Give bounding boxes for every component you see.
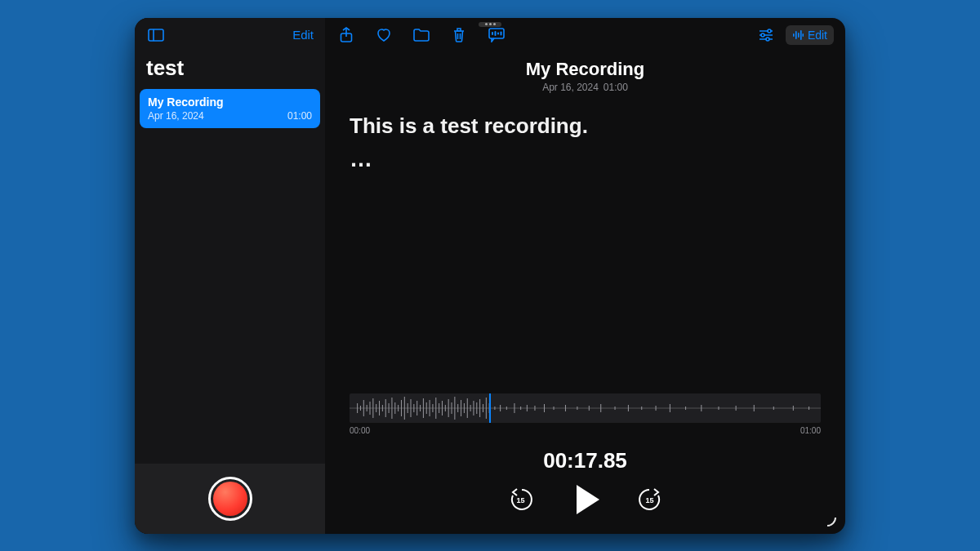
sidebar-toolbar: Edit bbox=[135, 18, 325, 52]
playback-controls: 15 15 bbox=[350, 485, 821, 514]
transcript-area[interactable]: This is a test recording. … bbox=[325, 93, 845, 194]
skip-forward-label: 15 bbox=[645, 496, 653, 504]
svg-rect-5 bbox=[495, 31, 497, 36]
svg-rect-15 bbox=[795, 31, 797, 39]
sidebar-title: test bbox=[135, 52, 325, 89]
sidebar-edit-button[interactable]: Edit bbox=[292, 28, 314, 42]
recording-item[interactable]: My Recording Apr 16, 2024 01:00 bbox=[140, 89, 320, 128]
waveform-scrubber[interactable] bbox=[350, 393, 821, 423]
recording-item-name: My Recording bbox=[148, 96, 312, 109]
transcript-pending: … bbox=[350, 144, 821, 174]
svg-rect-17 bbox=[800, 30, 802, 40]
edit-button-label: Edit bbox=[808, 29, 827, 42]
svg-rect-0 bbox=[149, 29, 163, 41]
recording-header: My Recording Apr 16, 2024 01:00 bbox=[325, 59, 845, 93]
skip-back-button[interactable]: 15 bbox=[508, 487, 534, 513]
recording-item-date: Apr 16, 2024 bbox=[148, 110, 204, 122]
resize-handle-icon[interactable] bbox=[824, 514, 837, 527]
record-button[interactable] bbox=[208, 477, 252, 521]
play-button[interactable] bbox=[577, 485, 599, 514]
edit-button[interactable]: Edit bbox=[786, 25, 834, 45]
svg-point-13 bbox=[766, 38, 769, 41]
svg-rect-14 bbox=[793, 33, 795, 37]
skip-forward-button[interactable]: 15 bbox=[637, 487, 663, 513]
toggle-sidebar-icon[interactable] bbox=[146, 25, 166, 45]
record-icon bbox=[213, 482, 247, 516]
svg-point-9 bbox=[768, 29, 771, 33]
main-panel: Edit My Recording Apr 16, 2024 01:00 Thi… bbox=[325, 18, 845, 534]
recording-title[interactable]: My Recording bbox=[325, 59, 845, 80]
waveform-end-time: 01:00 bbox=[800, 426, 821, 435]
playback-area: 00:00 01:00 00:17.85 15 15 bbox=[325, 393, 845, 534]
waveform-icon bbox=[350, 393, 821, 423]
trash-icon[interactable] bbox=[449, 25, 469, 45]
heart-icon[interactable] bbox=[374, 25, 394, 45]
recording-duration: 01:00 bbox=[604, 82, 628, 93]
main-toolbar: Edit bbox=[325, 18, 845, 52]
skip-back-label: 15 bbox=[516, 496, 524, 504]
svg-rect-16 bbox=[798, 33, 800, 38]
transcript-icon[interactable] bbox=[487, 25, 506, 45]
app-window: Edit test My Recording Apr 16, 2024 01:0… bbox=[135, 18, 845, 534]
record-bar bbox=[135, 464, 325, 534]
waveform-start-time: 00:00 bbox=[350, 426, 370, 435]
transcript-line: This is a test recording. bbox=[350, 113, 821, 140]
svg-point-11 bbox=[761, 33, 764, 37]
svg-rect-6 bbox=[497, 32, 499, 34]
sidebar: Edit test My Recording Apr 16, 2024 01:0… bbox=[135, 18, 325, 534]
svg-rect-4 bbox=[492, 32, 493, 35]
recording-date: Apr 16, 2024 bbox=[542, 82, 599, 93]
svg-rect-18 bbox=[802, 33, 804, 37]
share-icon[interactable] bbox=[336, 25, 356, 45]
folder-icon[interactable] bbox=[412, 25, 431, 45]
current-time: 00:17.85 bbox=[350, 448, 821, 473]
recording-item-duration: 01:00 bbox=[287, 110, 312, 122]
settings-sliders-icon[interactable] bbox=[756, 25, 776, 45]
svg-rect-7 bbox=[501, 31, 502, 35]
recordings-list: My Recording Apr 16, 2024 01:00 bbox=[135, 89, 325, 464]
waveform-icon bbox=[792, 29, 804, 41]
playhead[interactable] bbox=[489, 393, 491, 423]
